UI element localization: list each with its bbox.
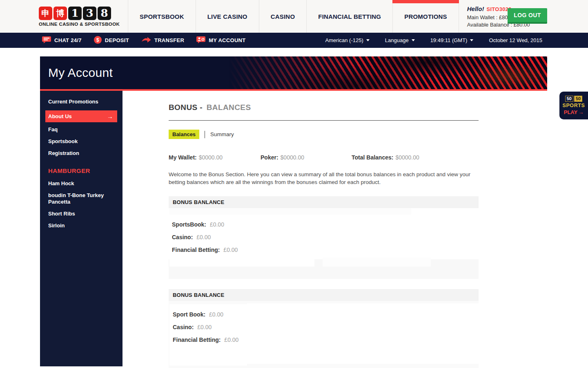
poker-label: Poker: [261, 154, 278, 161]
sportsbook-label: SportsBook: [172, 221, 206, 228]
arrow-right-icon: → [107, 113, 113, 120]
deposit-link[interactable]: $ DEPOSIT [94, 36, 129, 45]
fifty-fifty-sports-badge[interactable]: 50 50 SPORTS PLAY → [559, 92, 588, 119]
spacer [0, 48, 588, 56]
wallet-summary-row: My Wallet: $0000.00 Poker: $0000.00 Tota… [169, 154, 479, 161]
nav-tab-casino[interactable]: CASINO [259, 0, 307, 33]
my-wallet-label: My Wallet: [169, 154, 197, 161]
welcome-text: Welcome to the Bonus Section. Here you c… [169, 171, 471, 186]
section-title-secondary: BALANCES [207, 103, 251, 112]
sidebar-item-sportsbook[interactable]: Sportsbook [40, 138, 122, 145]
fifty-fifty-row: 50 50 [565, 96, 583, 102]
transfer-link[interactable]: TRANSFER [141, 36, 184, 44]
total-balances-value: $0000.00 [395, 154, 419, 161]
play-label: PLAY [564, 109, 577, 115]
primary-nav: SPORTSBOOK LIVE CASINO CASINO FINANCIAL … [128, 0, 459, 33]
language-dropdown[interactable]: Language [385, 37, 415, 43]
transfer-icon [141, 36, 151, 44]
sidebar-active-label: About Us [48, 113, 72, 119]
total-balances-summary: Total Balances: $0000.00 [352, 154, 419, 161]
bonus-tabs: Balances Summary [169, 130, 479, 139]
nav-tab-financial-betting[interactable]: FINANCIAL BETTING [306, 0, 392, 33]
content-layout: Current Promotions About Us → Faq Sports… [40, 91, 547, 366]
placeholder-block [247, 303, 508, 364]
sport-book-value: £0.00 [209, 311, 223, 318]
logo-boxes: 申 博 1 3 8 [39, 7, 128, 20]
arrow-right-icon: → [578, 109, 584, 115]
placeholder-band [169, 259, 479, 279]
bonus-balance-section-2: Sport Book: £0.00 Casino: £0.00 Financia… [169, 301, 479, 368]
sidebar-item-ham-hock[interactable]: Ham Hock [40, 180, 122, 187]
sport-book-label: Sport Book: [173, 311, 205, 318]
balance-row-casino-2: Casino: £0.00 [173, 324, 247, 330]
sidebar-item-short-ribs[interactable]: Short Ribs [40, 211, 122, 217]
my-account-icon: @ [196, 36, 205, 45]
logo-digit-8: 8 [98, 7, 111, 20]
sports-label: SPORTS [563, 103, 585, 108]
utility-bar: CHAT 24/7 $ DEPOSIT TRANSFER @ MY ACCOUN… [0, 33, 588, 48]
logo-cn-1: 申 [39, 7, 52, 20]
total-balances-label: Total Balances: [352, 154, 393, 161]
chat-icon [42, 36, 51, 45]
balance-row-sportsbook: SportsBook: £0.00 [172, 221, 479, 228]
logo-digit-3: 3 [83, 7, 96, 20]
my-wallet-summary: My Wallet: $0000.00 [169, 154, 261, 161]
balance-card: Sport Book: £0.00 Casino: £0.00 Financia… [169, 304, 247, 366]
financial-betting-2-label: Financial Betting: [173, 337, 220, 343]
sidebar-item-boudin[interactable]: boudin T-Bone Turkey Pancetta [40, 192, 122, 205]
sportsbook-value: £0.00 [210, 221, 224, 228]
balance-row-financial-betting: Financial Betting: £0.00 [172, 247, 479, 253]
nav-tab-sportsbook[interactable]: SPORTSBOOK [128, 0, 196, 33]
sidebar-section-heading: HAMBURGER [40, 167, 122, 174]
casino-2-label: Casino: [173, 324, 194, 330]
chevron-down-icon [470, 39, 473, 41]
chevron-down-icon [412, 39, 415, 41]
tab-divider [205, 131, 205, 138]
logout-button[interactable]: LOG OUT [508, 8, 547, 24]
odds-format-dropdown[interactable]: American (-125) [325, 37, 370, 43]
chat-link[interactable]: CHAT 24/7 [42, 36, 82, 45]
my-account-link[interactable]: @ MY ACCOUNT [196, 36, 245, 45]
poker-summary: Poker: $0000.00 [261, 154, 352, 161]
clock-time: 19:49:11 (GMT) [430, 37, 468, 43]
banner-artwork [229, 56, 547, 89]
transfer-label: TRANSFER [154, 37, 184, 43]
account-sidebar: Current Promotions About Us → Faq Sports… [40, 91, 122, 366]
casino-value: £0.00 [196, 234, 211, 240]
timezone-dropdown[interactable]: 19:49:11 (GMT) [430, 37, 474, 43]
svg-text:@: @ [201, 37, 205, 41]
sidebar-item-current-promotions[interactable]: Current Promotions [40, 99, 122, 105]
placeholder-block [169, 208, 411, 215]
section-title-primary: BONUS - [169, 103, 203, 112]
section-title: BONUS - BALANCES [169, 103, 479, 112]
sidebar-item-faq[interactable]: Faq [40, 126, 122, 133]
sidebar-item-registration[interactable]: Registration [40, 150, 122, 157]
balance-row-financial-betting-2: Financial Betting: £0.00 [173, 337, 247, 343]
balance-row-casino: Casino: £0.00 [172, 234, 479, 240]
poker-value: $0000.00 [281, 154, 304, 161]
current-date: October 12 Wed, 2015 [489, 37, 542, 43]
tab-balances[interactable]: Balances [169, 130, 199, 139]
top-header: 申 博 1 3 8 ONLINE CASINO & SPORTSBOOK SPO… [0, 0, 588, 33]
svg-text:$: $ [96, 37, 99, 43]
nav-tab-live-casino[interactable]: LIVE CASINO [196, 0, 259, 33]
greeting-text: Hello! [467, 5, 484, 12]
play-link[interactable]: PLAY → [564, 109, 584, 115]
sidebar-item-about-us[interactable]: About Us → [45, 110, 117, 122]
logo-cn-2: 博 [53, 7, 67, 20]
fifty-left: 50 [565, 96, 573, 102]
my-account-label: MY ACCOUNT [209, 37, 245, 43]
financial-betting-2-value: £0.00 [224, 337, 238, 343]
brand-logo[interactable]: 申 博 1 3 8 ONLINE CASINO & SPORTSBOOK [0, 0, 128, 33]
logo-tagline: ONLINE CASINO & SPORTSBOOK [39, 22, 128, 27]
balance-row-sport-book: Sport Book: £0.00 [173, 311, 247, 318]
sidebar-item-sirloin[interactable]: Sirloin [40, 222, 122, 229]
bonus-balance-header-2: BONUS BANLANCE [169, 289, 479, 301]
bonus-balance-rows-1: SportsBook: £0.00 Casino: £0.00 Financia… [169, 215, 479, 253]
odds-format-value: American (-125) [325, 37, 363, 43]
financial-betting-value: £0.00 [223, 247, 238, 253]
tab-summary[interactable]: Summary [210, 131, 234, 137]
casino-label: Casino: [172, 234, 193, 240]
nav-tab-promotions[interactable]: PROMOTIONS [392, 0, 459, 33]
page-title: My Account [48, 66, 113, 80]
